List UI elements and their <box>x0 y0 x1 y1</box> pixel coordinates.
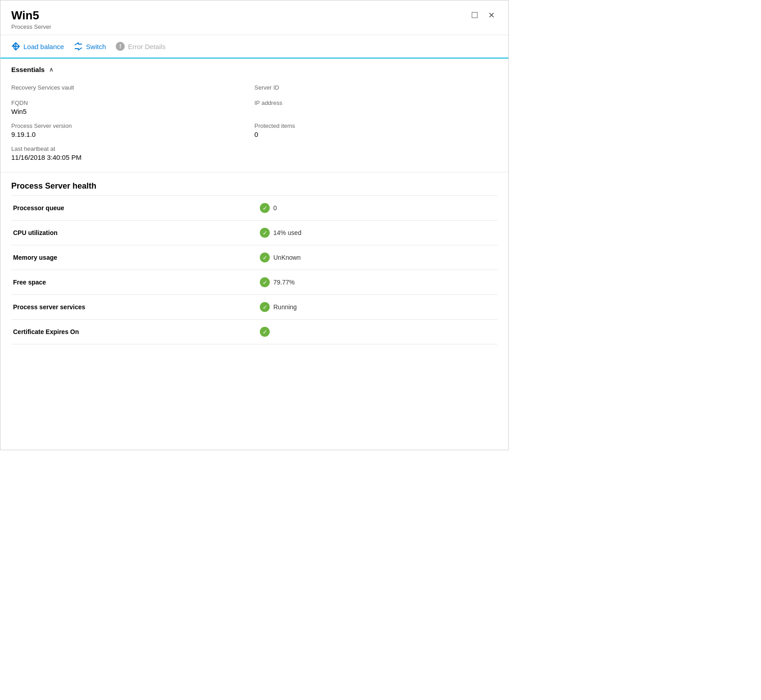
health-title: Process Server health <box>11 181 498 191</box>
health-label-3: Free space <box>11 270 254 295</box>
essentials-label-1: Server ID <box>254 84 498 91</box>
essentials-grid: Recovery Services vault Server ID FQDN W… <box>11 81 498 172</box>
essentials-label-6: Last heartbeat at <box>11 145 254 152</box>
health-label-1: CPU utilization <box>11 221 254 245</box>
health-value-1: ✓14% used <box>254 221 498 245</box>
essentials-header[interactable]: Essentials ∧ <box>11 66 498 73</box>
health-label-5: Certificate Expires On <box>11 320 254 344</box>
health-value-5: ✓ <box>254 320 498 344</box>
essentials-item-3: IP address <box>254 96 498 119</box>
panel-title: Win5 <box>11 9 51 23</box>
essentials-item-1: Server ID <box>254 81 498 96</box>
health-row-2: Memory usage✓UnKnown <box>11 245 498 270</box>
essentials-value-protected: 0 <box>254 131 498 138</box>
health-value-3: ✓79.77% <box>254 270 498 294</box>
health-label-0: Processor queue <box>11 196 254 221</box>
health-row-1: CPU utilization✓14% used <box>11 221 498 245</box>
load-balance-icon <box>11 42 20 51</box>
essentials-label-3: IP address <box>254 99 498 106</box>
health-value-text-0: 0 <box>273 204 277 212</box>
essentials-label-0: Recovery Services vault <box>11 84 254 91</box>
panel-subtitle: Process Server <box>11 23 51 30</box>
essentials-label-4: Process Server version <box>11 122 254 129</box>
load-balance-button[interactable]: Load balance <box>11 35 72 58</box>
essentials-title: Essentials <box>11 66 45 73</box>
panel-controls: ☐ ✕ <box>468 10 498 20</box>
health-row-3: Free space✓79.77% <box>11 270 498 295</box>
close-button[interactable]: ✕ <box>485 10 498 20</box>
health-row-4: Process server services✓Running <box>11 295 498 320</box>
load-balance-label: Load balance <box>23 43 64 50</box>
error-details-label: Error Details <box>128 43 165 50</box>
health-row-0: Processor queue✓0 <box>11 196 498 221</box>
health-status-icon-2: ✓ <box>260 253 270 262</box>
essentials-value-fqdn: Win5 <box>11 108 254 115</box>
essentials-item-4: Process Server version 9.19.1.0 <box>11 119 254 142</box>
essentials-chevron: ∧ <box>49 66 54 73</box>
essentials-item-0: Recovery Services vault <box>11 81 254 96</box>
error-details-icon: ! <box>116 42 125 51</box>
switch-icon <box>74 42 83 51</box>
health-label-4: Process server services <box>11 295 254 320</box>
essentials-item-5: Protected items 0 <box>254 119 498 142</box>
essentials-item-2: FQDN Win5 <box>11 96 254 119</box>
error-details-button[interactable]: ! Error Details <box>116 35 173 58</box>
health-row-5: Certificate Expires On✓ <box>11 320 498 344</box>
health-status-icon-1: ✓ <box>260 228 270 238</box>
health-value-text-3: 79.77% <box>273 279 294 286</box>
health-status-icon-3: ✓ <box>260 277 270 287</box>
health-status-icon-0: ✓ <box>260 203 270 213</box>
health-value-0: ✓0 <box>254 196 498 220</box>
health-value-text-4: Running <box>273 303 297 311</box>
health-label-2: Memory usage <box>11 245 254 270</box>
health-status-icon-4: ✓ <box>260 302 270 312</box>
essentials-item-7 <box>254 142 498 165</box>
panel-header: Win5 Process Server ☐ ✕ <box>0 0 508 35</box>
health-section: Process Server health Processor queue✓0C… <box>0 172 508 344</box>
title-group: Win5 Process Server <box>11 9 51 30</box>
health-table: Processor queue✓0CPU utilization✓14% use… <box>11 195 498 344</box>
essentials-item-6: Last heartbeat at 11/16/2018 3:40:05 PM <box>11 142 254 165</box>
essentials-label-5: Protected items <box>254 122 498 129</box>
essentials-value-heartbeat: 11/16/2018 3:40:05 PM <box>11 154 254 161</box>
essentials-value-version: 9.19.1.0 <box>11 131 254 138</box>
health-value-2: ✓UnKnown <box>254 245 498 270</box>
health-status-icon-5: ✓ <box>260 327 270 337</box>
health-value-text-1: 14% used <box>273 229 301 236</box>
switch-label: Switch <box>86 43 106 50</box>
panel: Win5 Process Server ☐ ✕ Load balance <box>0 0 509 450</box>
switch-button[interactable]: Switch <box>74 35 114 58</box>
health-value-4: ✓Running <box>254 295 498 319</box>
restore-button[interactable]: ☐ <box>468 10 481 20</box>
health-value-text-2: UnKnown <box>273 254 301 261</box>
essentials-label-2: FQDN <box>11 99 254 106</box>
essentials-section: Essentials ∧ Recovery Services vault Ser… <box>0 59 508 172</box>
toolbar: Load balance Switch ! Error Details <box>0 35 508 59</box>
